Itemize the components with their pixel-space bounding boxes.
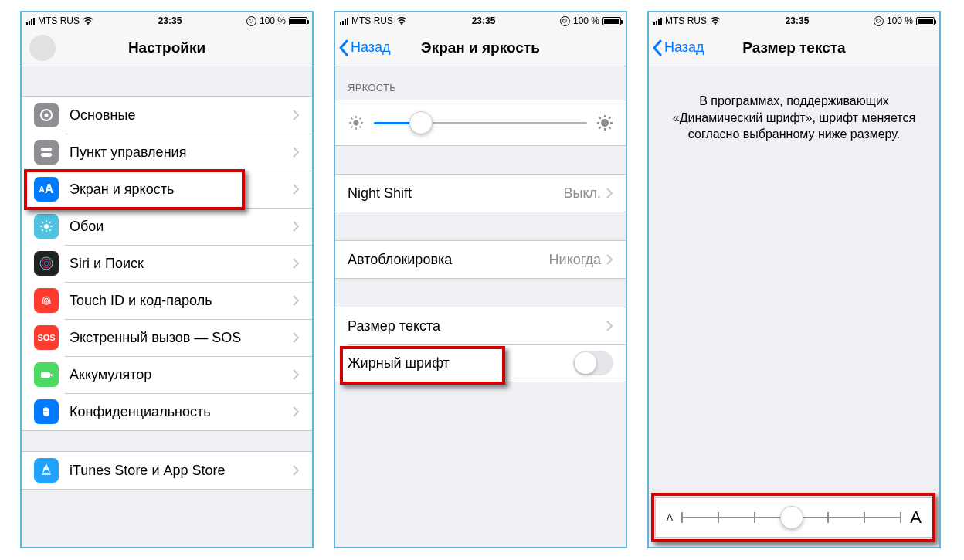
- row-battery[interactable]: Аккумулятор: [22, 356, 312, 393]
- clock-label: 23:35: [786, 15, 810, 26]
- clock-label: 23:35: [472, 15, 496, 26]
- page-title: Экран и яркость: [421, 39, 540, 56]
- row-bold-text[interactable]: Жирный шрифт: [335, 344, 626, 382]
- text-size-slider[interactable]: [682, 517, 901, 518]
- svg-line-28: [351, 127, 353, 128]
- row-privacy[interactable]: Конфиденциальность: [22, 393, 312, 430]
- chevron-right-icon: [292, 220, 300, 232]
- svg-point-20: [354, 120, 359, 126]
- back-label: Назад: [664, 39, 704, 56]
- svg-line-34: [599, 117, 601, 119]
- svg-point-15: [42, 260, 51, 268]
- battery-icon: [289, 17, 307, 25]
- row-night-shift[interactable]: Night Shift Выкл.: [335, 175, 626, 212]
- chevron-right-icon: [292, 331, 300, 344]
- svg-point-0: [87, 23, 89, 25]
- text-size-slider-container: A A: [655, 497, 933, 538]
- brightness-header: ЯРКОСТЬ: [335, 66, 626, 100]
- chevron-right-icon: [292, 368, 300, 381]
- status-bar: MTS RUS 23:35 ↻ 100 %: [335, 12, 626, 29]
- large-a-icon: A: [910, 507, 922, 528]
- row-label: Обои: [70, 219, 292, 235]
- carrier-label: MTS RUS: [38, 15, 80, 26]
- status-bar: MTS RUS 23:35 ↻ 100 %: [22, 12, 312, 29]
- phone-settings: MTS RUS 23:35 ↻ 100 % Настройки Основные: [20, 11, 314, 548]
- page-title: Настройки: [128, 39, 205, 56]
- wifi-icon: [83, 17, 93, 25]
- chevron-right-icon: [606, 187, 613, 199]
- row-label: Аккумулятор: [70, 367, 292, 383]
- svg-rect-3: [41, 148, 52, 151]
- phone-text-size: MTS RUS 23:35 ↻ 100 % Назад Размер текст…: [647, 11, 941, 548]
- siri-icon: [34, 251, 59, 276]
- gear-icon: [34, 103, 59, 127]
- row-display-brightness[interactable]: AA Экран и яркость: [22, 171, 312, 208]
- chevron-right-icon: [292, 257, 300, 270]
- row-label: iTunes Store и App Store: [70, 463, 292, 479]
- svg-rect-17: [41, 372, 50, 378]
- row-label: Жирный шрифт: [348, 355, 573, 372]
- signal-icon: [340, 17, 348, 25]
- back-button[interactable]: Назад: [652, 29, 704, 66]
- navbar: Настройки: [22, 29, 312, 66]
- row-label: Автоблокировка: [348, 252, 549, 268]
- row-label: Touch ID и код-пароль: [70, 293, 292, 309]
- chevron-right-icon: [292, 146, 300, 158]
- wifi-icon: [710, 17, 721, 25]
- battery-percent: 100 %: [887, 15, 913, 26]
- sun-min-icon: [348, 114, 365, 131]
- row-sos[interactable]: SOS Экстренный вызов — SOS: [22, 319, 312, 356]
- battery-icon: [602, 17, 621, 25]
- svg-line-37: [599, 127, 601, 128]
- row-touchid[interactable]: Touch ID и код-пароль: [22, 282, 312, 319]
- row-wallpaper[interactable]: Обои: [22, 208, 312, 245]
- svg-rect-4: [41, 153, 52, 157]
- svg-point-2: [45, 114, 49, 117]
- bold-text-toggle[interactable]: [573, 351, 613, 375]
- description-text: В программах, поддерживающих «Динамическ…: [649, 66, 939, 151]
- chevron-right-icon: [292, 109, 300, 121]
- orientation-lock-icon: ↻: [246, 16, 256, 26]
- row-control-center[interactable]: Пункт управления: [22, 134, 312, 171]
- back-button[interactable]: Назад: [338, 29, 391, 66]
- orientation-lock-icon: ↻: [874, 16, 884, 26]
- settings-list[interactable]: Основные Пункт управления AA Экран и ярк…: [22, 66, 312, 490]
- orientation-lock-icon: ↻: [560, 16, 570, 26]
- chevron-right-icon: [292, 183, 300, 195]
- row-label: Siri и Поиск: [70, 256, 292, 272]
- svg-line-35: [609, 127, 610, 128]
- sun-max-icon: [596, 114, 613, 131]
- row-value: Выкл.: [563, 185, 601, 202]
- text-size-aa-icon: AA: [34, 177, 59, 202]
- svg-line-25: [351, 118, 353, 120]
- row-siri[interactable]: Siri и Поиск: [22, 245, 312, 282]
- row-value: Никогда: [549, 252, 601, 268]
- navbar: Назад Размер текста: [649, 29, 939, 66]
- row-text-size[interactable]: Размер текста: [335, 307, 626, 344]
- battery-percent: 100 %: [573, 15, 599, 26]
- fingerprint-icon: [34, 288, 59, 313]
- navbar: Назад Экран и яркость: [335, 29, 626, 66]
- phone-display-brightness: MTS RUS 23:35 ↻ 100 % Назад Экран и ярко…: [334, 11, 627, 548]
- battery-icon: [34, 362, 59, 387]
- svg-point-16: [44, 261, 49, 266]
- svg-line-26: [360, 127, 362, 128]
- row-general[interactable]: Основные: [22, 97, 312, 134]
- svg-point-19: [401, 23, 402, 25]
- row-label: Экстренный вызов — SOS: [70, 330, 292, 346]
- row-label: Экран и яркость: [70, 182, 292, 198]
- row-itunes-appstore[interactable]: iTunes Store и App Store: [22, 452, 312, 489]
- brightness-slider-row: [335, 100, 626, 146]
- svg-line-12: [49, 222, 51, 223]
- toggles-icon: [34, 140, 59, 165]
- text-size-content: В программах, поддерживающих «Динамическ…: [649, 66, 939, 548]
- row-auto-lock[interactable]: Автоблокировка Никогда: [335, 241, 626, 278]
- chevron-right-icon: [292, 294, 300, 307]
- row-label: Night Shift: [348, 185, 563, 202]
- svg-rect-18: [51, 374, 53, 376]
- row-label: Размер текста: [348, 318, 606, 334]
- brightness-slider[interactable]: [374, 122, 587, 124]
- profile-avatar[interactable]: [29, 35, 56, 61]
- svg-point-38: [715, 23, 716, 25]
- display-settings-content[interactable]: ЯРКОСТЬ Night Shift Выкл. Автоб: [335, 66, 626, 382]
